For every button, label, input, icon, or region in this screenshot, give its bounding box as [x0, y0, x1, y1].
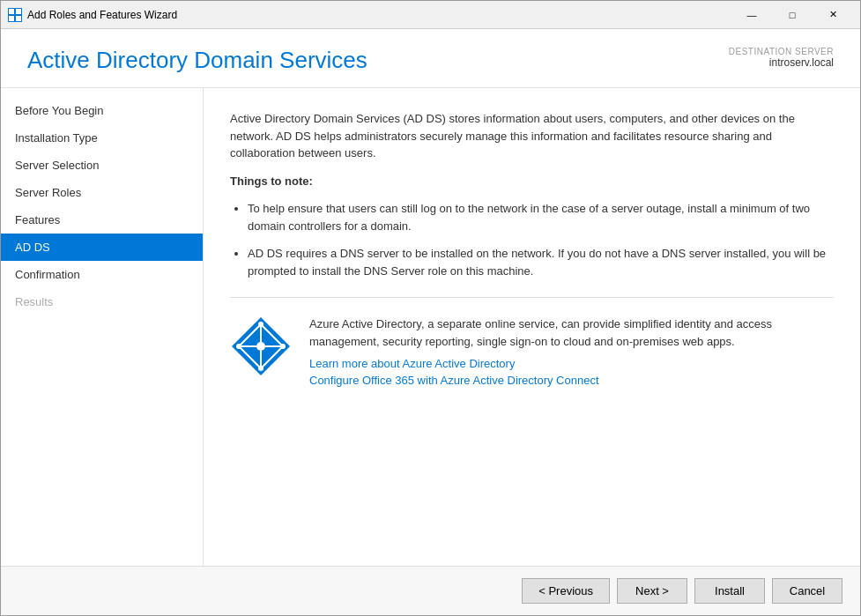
app-icon [8, 8, 22, 22]
bullet-list: To help ensure that users can still log … [230, 200, 834, 279]
sidebar-item-results: Results [1, 288, 203, 315]
description-text: Active Directory Domain Services (AD DS)… [230, 110, 834, 162]
window-controls: — □ ✕ [731, 1, 853, 29]
azure-text-section: Azure Active Directory, a separate onlin… [309, 315, 834, 390]
svg-point-12 [258, 366, 263, 371]
header: Active Directory Domain Services DESTINA… [1, 29, 860, 88]
destination-label: DESTINATION SERVER [729, 47, 834, 56]
bullet-2: AD DS requires a DNS server to be instal… [248, 245, 834, 279]
footer: < Previous Next > Install Cancel [1, 566, 860, 615]
svg-rect-2 [9, 16, 14, 21]
divider [230, 297, 834, 298]
sidebar-item-features[interactable]: Features [1, 206, 203, 234]
page-title: Active Directory Domain Services [27, 47, 729, 74]
maximize-button[interactable]: □ [772, 1, 813, 29]
svg-rect-3 [16, 16, 21, 21]
minimize-button[interactable]: — [731, 1, 772, 29]
previous-button[interactable]: < Previous [522, 578, 610, 604]
title-bar: Add Roles and Features Wizard — □ ✕ [1, 1, 860, 29]
sidebar-item-installation-type[interactable]: Installation Type [1, 124, 203, 152]
things-to-note-label: Things to note: [230, 173, 834, 190]
azure-ad-icon [230, 315, 292, 377]
main-content: Active Directory Domain Services (AD DS)… [204, 88, 860, 566]
svg-point-14 [280, 344, 286, 349]
destination-value: introserv.local [729, 56, 834, 69]
azure-description: Azure Active Directory, a separate onlin… [309, 315, 834, 350]
wizard-window: Add Roles and Features Wizard — □ ✕ Acti… [0, 0, 861, 616]
svg-point-6 [256, 342, 265, 351]
sidebar-item-server-roles[interactable]: Server Roles [1, 179, 203, 206]
window-title: Add Roles and Features Wizard [27, 9, 731, 21]
sidebar-item-before-you-begin[interactable]: Before You Begin [1, 97, 203, 124]
destination-server: DESTINATION SERVER introserv.local [729, 47, 834, 69]
bullet-1: To help ensure that users can still log … [248, 200, 834, 234]
next-button[interactable]: Next > [617, 578, 687, 604]
svg-point-11 [258, 322, 263, 327]
sidebar-item-confirmation[interactable]: Confirmation [1, 261, 203, 288]
close-button[interactable]: ✕ [813, 1, 853, 29]
azure-link-configure-o365[interactable]: Configure Office 365 with Azure Active D… [309, 374, 834, 387]
install-button[interactable]: Install [694, 578, 765, 604]
cancel-button[interactable]: Cancel [772, 578, 842, 604]
azure-link-learn-more[interactable]: Learn more about Azure Active Directory [309, 357, 834, 370]
svg-rect-0 [9, 9, 14, 14]
sidebar-item-server-selection[interactable]: Server Selection [1, 152, 203, 179]
azure-section: Azure Active Directory, a separate onlin… [230, 315, 834, 390]
svg-point-13 [236, 344, 241, 349]
sidebar-item-ad-ds[interactable]: AD DS [1, 234, 203, 261]
svg-rect-1 [16, 9, 21, 14]
content-area: Before You Begin Installation Type Serve… [1, 88, 860, 566]
sidebar: Before You Begin Installation Type Serve… [1, 88, 204, 566]
